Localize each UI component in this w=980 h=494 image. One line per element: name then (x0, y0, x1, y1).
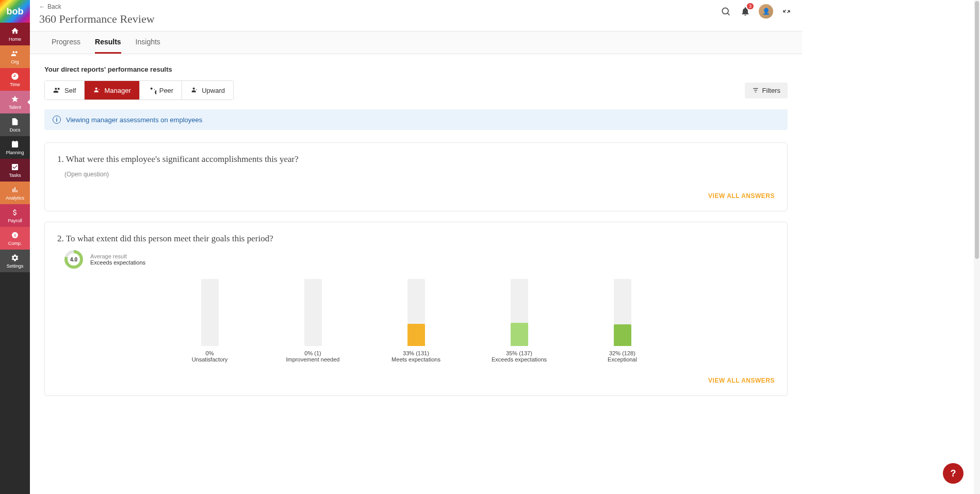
nav-label: Settings (7, 264, 24, 269)
nav-label: Comp. (8, 241, 22, 246)
back-button[interactable]: ← Back (39, 3, 61, 10)
view-all-answers-2[interactable]: VIEW ALL ANSWERS (57, 377, 775, 384)
bar-column: 0% (1) Improvement needed (280, 279, 347, 363)
segment-label: Manager (104, 87, 130, 94)
person-icon (53, 86, 61, 94)
nav-payroll[interactable]: Payroll (0, 204, 30, 227)
bar-track (304, 279, 322, 346)
tab-results[interactable]: Results (95, 31, 121, 54)
nav-tasks[interactable]: Tasks (0, 159, 30, 182)
bar-value-label: 35% (137) (506, 350, 532, 356)
info-icon: i (53, 116, 61, 124)
bar-column: 35% (137) Exceeds expectations (486, 279, 553, 363)
nav-label: Tasks (9, 173, 21, 178)
svg-point-5 (193, 88, 195, 90)
nav-talent[interactable]: Talent (0, 91, 30, 113)
section-title: Your direct reports' performance results (44, 65, 788, 73)
nav-home[interactable]: Home (0, 23, 30, 45)
person-side-icon (148, 86, 156, 94)
nav-org[interactable]: Org (0, 45, 30, 68)
bar-category-label: Unsatisfactory (192, 356, 228, 363)
people-icon (10, 49, 20, 58)
nav-label: Talent (9, 105, 21, 110)
segment-label: Self (64, 87, 76, 94)
bar-value-label: 0% (1) (304, 350, 321, 356)
nav-docs[interactable]: Docs (0, 113, 30, 136)
nav-analytics[interactable]: Analytics (0, 182, 30, 204)
question-1-note: (Open question) (64, 171, 775, 178)
bar-category-label: Improvement needed (286, 356, 340, 363)
svg-text:$: $ (14, 233, 16, 238)
bar-track (201, 279, 219, 346)
clock-icon (10, 72, 20, 81)
home-icon (10, 26, 20, 36)
nav-comp[interactable]: $ Comp. (0, 227, 30, 250)
filter-icon (752, 87, 759, 94)
average-donut: 4.0 (64, 250, 83, 269)
app-logo[interactable]: bob (0, 0, 30, 23)
average-result-row: 4.0 Average result Exceeds expectations (64, 250, 775, 269)
nav-label: Home (9, 37, 21, 42)
svg-point-3 (95, 88, 97, 90)
content-area: Your direct reports' performance results… (30, 54, 802, 494)
tab-insights[interactable]: Insights (136, 31, 160, 54)
question-2-title: 2. To what extent did this person meet t… (57, 234, 775, 244)
chart-icon (10, 185, 20, 194)
nav-settings[interactable]: Settings (0, 250, 30, 272)
nav-label: Time (10, 82, 20, 87)
help-button[interactable]: ? (943, 463, 963, 484)
filters-label: Filters (762, 87, 780, 94)
bar-fill (407, 324, 425, 346)
view-all-answers-1[interactable]: VIEW ALL ANSWERS (57, 192, 775, 200)
calendar-icon (10, 140, 20, 149)
segment-self[interactable]: Self (45, 81, 85, 100)
coin-icon: $ (10, 230, 20, 240)
bar-track (511, 279, 528, 346)
segment-peer[interactable]: Peer (140, 81, 182, 100)
nav-time[interactable]: Time (0, 68, 30, 91)
tab-progress[interactable]: Progress (52, 31, 80, 54)
question-card-1: 1. What were this employee's significant… (44, 142, 788, 211)
bar-value-label: 33% (131) (403, 350, 429, 356)
document-icon (10, 117, 20, 126)
notification-badge: 3 (747, 3, 754, 9)
filters-button[interactable]: Filters (745, 83, 788, 98)
page-title: 360 Performance Review (39, 12, 793, 26)
gear-icon (10, 253, 20, 262)
reviewer-segment-group: Self Manager Peer Upward (44, 80, 234, 100)
scrollbar[interactable] (974, 0, 980, 494)
nav-label: Docs (10, 127, 21, 133)
segment-upward[interactable]: Upward (182, 81, 233, 100)
segment-label: Upward (202, 87, 225, 94)
back-label: Back (47, 3, 61, 10)
dollar-icon (10, 208, 20, 217)
bar-category-label: Exceeds expectations (492, 356, 547, 363)
bar-value-label: 32% (128) (609, 350, 635, 356)
question-icon: ? (951, 468, 956, 479)
bar-fill (614, 324, 631, 346)
bar-value-label: 0% (206, 350, 214, 356)
segment-manager[interactable]: Manager (85, 81, 139, 100)
info-banner-text: Viewing manager assessments on employees (66, 116, 202, 124)
segment-label: Peer (159, 87, 173, 94)
arrow-left-icon: ← (39, 3, 45, 10)
person-down-icon (93, 86, 101, 94)
scrollbar-thumb[interactable] (975, 1, 979, 259)
nav-label: Org (11, 59, 19, 64)
question-1-title: 1. What were this employee's significant… (57, 154, 775, 164)
bar-track (407, 279, 425, 346)
bar-fill (511, 323, 528, 347)
check-icon (10, 162, 20, 172)
nav-label: Payroll (8, 218, 22, 223)
person-up-icon (190, 86, 199, 94)
bar-track (614, 279, 631, 346)
star-icon (10, 94, 20, 104)
bar-column: 0% Unsatisfactory (176, 279, 243, 363)
svg-point-4 (150, 88, 152, 90)
bar-column: 32% (128) Exceptional (589, 279, 656, 363)
notifications-button[interactable]: 3 (739, 5, 752, 18)
nav-planning[interactable]: Planning (0, 136, 30, 159)
sidebar: bob Home Org Time Talent Docs Planning T… (0, 0, 30, 494)
bar-category-label: Exceptional (608, 356, 637, 363)
nav-label: Planning (6, 150, 24, 155)
